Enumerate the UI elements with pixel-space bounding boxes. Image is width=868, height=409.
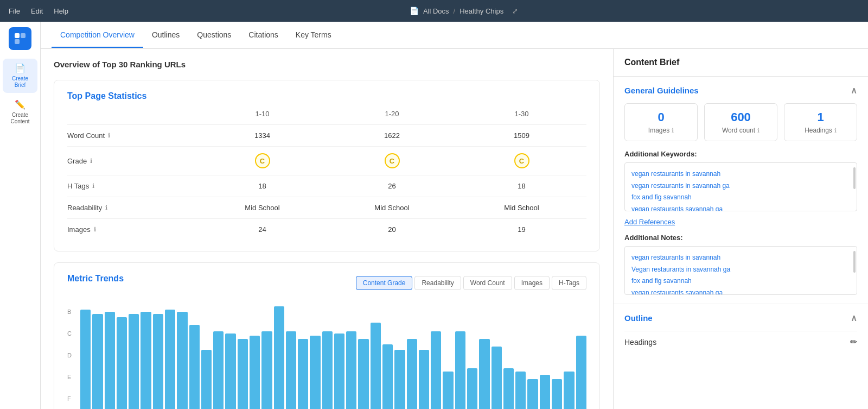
stat-headings-value: 1 xyxy=(791,110,850,124)
sidebar-item-create-brief[interactable]: 📄 CreateBrief xyxy=(3,59,37,93)
stat-images-value: 0 xyxy=(631,110,691,124)
topbar: File Edit Help 📄 All Docs / Healthy Chip… xyxy=(0,0,868,22)
menu-file[interactable]: File xyxy=(9,7,20,15)
outline-title: Outline ∧ xyxy=(624,313,857,323)
breadcrumb-all-docs[interactable]: All Docs xyxy=(423,7,449,15)
filter-images[interactable]: Images xyxy=(514,276,550,290)
content-brief-title: Content Brief xyxy=(614,49,868,77)
word-count-info-icon[interactable]: ℹ xyxy=(108,132,110,139)
tab-key-terms[interactable]: Key Terms xyxy=(287,23,340,48)
stats-row-readability: Readability ℹ Mid School Mid School Mid … xyxy=(67,197,586,218)
note-link-1[interactable]: Vegan restaurants in savannah ga xyxy=(631,264,850,276)
keyword-link-3[interactable]: vegan restaurants savannah ga xyxy=(631,204,850,211)
chart-bar-41 xyxy=(576,336,586,409)
chart-bar-0 xyxy=(80,310,91,409)
y-label-c: C xyxy=(67,330,78,337)
trends-header: Metric Trends Content Grade Readability … xyxy=(67,274,586,292)
breadcrumb-doc-title: Healthy Chips xyxy=(459,7,503,15)
stats-label-word-count: Word Count ℹ xyxy=(67,131,197,140)
chart-bar-2 xyxy=(105,312,115,409)
chart-bar-11 xyxy=(213,331,224,409)
stats-value-readability-1-30: Mid School xyxy=(457,204,586,212)
grade-badge-1-10: C xyxy=(255,153,270,168)
stat-headings-info-icon[interactable]: ℹ xyxy=(834,127,837,134)
tab-citations[interactable]: Citations xyxy=(240,23,286,48)
tab-outlines[interactable]: Outlines xyxy=(143,23,188,48)
left-panel: Overview of Top 30 Ranking URLs Top Page… xyxy=(41,49,613,409)
menu-edit[interactable]: Edit xyxy=(31,7,43,15)
stats-value-images-1-10: 24 xyxy=(197,225,327,234)
filter-content-grade[interactable]: Content Grade xyxy=(356,276,413,290)
note-link-2[interactable]: fox and fig savannah xyxy=(631,275,850,287)
images-info-icon[interactable]: ℹ xyxy=(94,226,96,233)
chart-bar-18 xyxy=(298,339,308,409)
main-panel: Competition Overview Outlines Questions … xyxy=(41,22,868,409)
sidebar-item-create-content[interactable]: ✏️ CreateContent xyxy=(3,95,37,129)
y-label-f: F xyxy=(67,395,78,402)
guidelines-stats-cards: 0 Images ℹ 600 Word count ℹ xyxy=(624,103,857,141)
stats-label-htags: H Tags ℹ xyxy=(67,182,197,190)
htags-info-icon[interactable]: ℹ xyxy=(92,183,94,190)
chart-bar-10 xyxy=(201,350,212,409)
chart-bar-20 xyxy=(322,331,333,409)
note-link-3[interactable]: vegan restaurants savannah ga xyxy=(631,287,850,295)
stats-col-1-10: 1-10 xyxy=(197,110,327,118)
menu-help[interactable]: Help xyxy=(54,7,68,15)
filter-htags[interactable]: H-Tags xyxy=(552,276,586,290)
sidebar-label-create-content: CreateContent xyxy=(10,112,29,125)
chart-bar-6 xyxy=(153,314,163,409)
stats-col-1-30: 1-30 xyxy=(457,110,586,118)
stats-table: 1-10 1-20 1-30 Word Count ℹ 1334 1622 xyxy=(67,110,586,240)
stat-word-count-label: Word count ℹ xyxy=(711,127,770,134)
top-page-stats-section: Top Page Statistics 1-10 1-20 1-30 Word … xyxy=(54,80,600,251)
topbar-menu: File Edit Help xyxy=(9,7,68,15)
nav-tabs: Competition Overview Outlines Questions … xyxy=(41,22,868,49)
metric-chart: B C D E F xyxy=(67,301,586,409)
content-area: Overview of Top 30 Ranking URLs Top Page… xyxy=(41,49,868,409)
note-link-0[interactable]: vegan restaurants in savannah xyxy=(631,252,850,264)
readability-info-icon[interactable]: ℹ xyxy=(105,204,107,211)
share-icon[interactable]: ⤢ xyxy=(512,7,518,15)
general-guidelines-section: General Guidelines ∧ 0 Images ℹ 600 xyxy=(614,77,868,304)
chart-bar-36 xyxy=(515,372,526,409)
outline-headings-label: Headings xyxy=(624,338,656,347)
stats-row-word-count: Word Count ℹ 1334 1622 1509 xyxy=(67,124,586,146)
chart-bar-24 xyxy=(371,323,381,409)
y-label-e: E xyxy=(67,374,78,380)
grade-info-icon[interactable]: ℹ xyxy=(90,158,92,165)
stats-row-images: Images ℹ 24 20 19 xyxy=(67,218,586,240)
stat-images-info-icon[interactable]: ℹ xyxy=(672,127,674,134)
chart-bar-4 xyxy=(129,314,139,409)
chart-bar-38 xyxy=(540,375,550,409)
outline-headings-edit-icon[interactable]: ✏ xyxy=(850,337,857,347)
keywords-box: vegan restaurants in savannah vegan rest… xyxy=(624,162,857,211)
chart-bar-16 xyxy=(274,306,284,409)
chart-bar-35 xyxy=(503,368,514,409)
chart-bar-33 xyxy=(479,339,489,409)
chart-bar-12 xyxy=(225,334,235,409)
tab-questions[interactable]: Questions xyxy=(188,23,240,48)
add-references-link[interactable]: Add References xyxy=(624,218,857,226)
chart-y-labels: B C D E F xyxy=(67,301,78,409)
filter-readability[interactable]: Readability xyxy=(414,276,461,290)
chart-bar-15 xyxy=(261,331,272,409)
general-guidelines-chevron[interactable]: ∧ xyxy=(851,85,857,96)
outline-chevron[interactable]: ∧ xyxy=(851,313,857,323)
stat-word-count-info-icon[interactable]: ℹ xyxy=(757,127,760,134)
stats-label-readability: Readability ℹ xyxy=(67,204,197,212)
filter-word-count[interactable]: Word Count xyxy=(463,276,512,290)
tab-competition-overview[interactable]: Competition Overview xyxy=(52,23,143,48)
keyword-link-2[interactable]: fox and fig savannah xyxy=(631,192,850,204)
metric-trends-title: Metric Trends xyxy=(67,274,124,284)
stat-card-word-count: 600 Word count ℹ xyxy=(704,103,777,141)
outline-headings-row: Headings ✏ xyxy=(624,331,857,353)
chart-bar-34 xyxy=(492,347,502,409)
stat-headings-label: Headings ℹ xyxy=(791,127,850,134)
stats-value-word-count-1-30: 1509 xyxy=(457,131,586,140)
keyword-link-0[interactable]: vegan restaurants in savannah xyxy=(631,168,850,180)
chart-bar-14 xyxy=(250,336,260,409)
stats-header-row: 1-10 1-20 1-30 xyxy=(67,110,586,118)
chart-bar-30 xyxy=(443,372,453,409)
keyword-link-1[interactable]: vegan restaurants in savannah ga xyxy=(631,180,850,192)
create-content-icon: ✏️ xyxy=(15,99,25,110)
